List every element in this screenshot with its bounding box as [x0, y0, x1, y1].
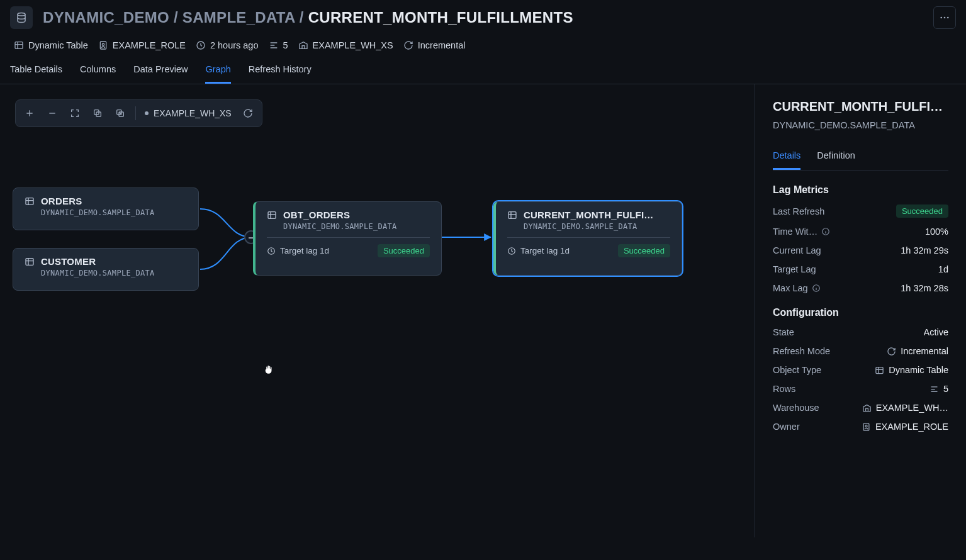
rows-icon	[269, 40, 279, 50]
svg-point-3	[947, 17, 949, 19]
breadcrumb-seg-db[interactable]: DYNAMIC_DEMO	[43, 9, 169, 26]
meta-object-type: Dynamic Table	[14, 40, 88, 50]
breadcrumb[interactable]: DYNAMIC_DEMO / SAMPLE_DATA / CURRENT_MON…	[43, 9, 923, 26]
kv-warehouse: Warehouse EXAMPLE_WH…	[773, 403, 948, 413]
panel-title: CURRENT_MONTH_FULFILLME…	[773, 99, 948, 114]
node-target-lag: Target lag 1d	[507, 246, 570, 255]
node-title: OBT_ORDERS	[283, 210, 350, 220]
grab-cursor-icon	[263, 364, 274, 375]
dynamic-table-icon	[267, 210, 277, 220]
kv-current-lag: Current Lag 1h 32m 29s	[773, 245, 948, 255]
kv-refresh-mode: Refresh Mode Incremental	[773, 346, 948, 356]
meta-warehouse: EXAMPLE_WH_XS	[298, 40, 393, 50]
meta-rows: 5	[269, 40, 288, 50]
warehouse-icon	[862, 403, 872, 413]
kv-target-lag: Target Lag 1d	[773, 264, 948, 274]
more-actions-button[interactable]	[933, 6, 956, 29]
svg-point-6	[102, 43, 104, 45]
svg-point-2	[944, 17, 946, 19]
kv-last-refresh: Last Refresh Succeeded	[773, 204, 948, 218]
svg-point-22	[865, 425, 867, 427]
rows-icon	[929, 384, 939, 394]
dynamic-table-icon	[14, 40, 24, 50]
database-icon	[10, 6, 33, 29]
svg-rect-14	[268, 211, 276, 218]
table-icon	[25, 257, 35, 267]
status-badge: Succeeded	[896, 204, 948, 218]
clock-icon	[267, 247, 276, 255]
svg-rect-16	[508, 211, 516, 218]
node-title: ORDERS	[41, 196, 82, 206]
tab-refresh-history[interactable]: Refresh History	[249, 59, 312, 84]
svg-rect-12	[26, 198, 33, 204]
meta-refresh-mode: Incremental	[403, 40, 466, 50]
panel-tabs: Details Definition	[773, 148, 948, 171]
role-icon	[98, 40, 108, 50]
svg-rect-13	[26, 258, 33, 265]
status-badge: Succeeded	[618, 244, 670, 257]
kv-object-type: Object Type Dynamic Table	[773, 365, 948, 375]
meta-last-refresh: 2 hours ago	[196, 40, 259, 50]
clock-icon	[196, 40, 206, 50]
section-lag-metrics: Lag Metrics	[773, 184, 948, 196]
breadcrumb-seg-schema[interactable]: SAMPLE_DATA	[183, 9, 295, 26]
node-customer[interactable]: CUSTOMER DYNAMIC_DEMO.SAMPLE_DATA	[13, 248, 199, 291]
tab-graph[interactable]: Graph	[205, 59, 230, 84]
svg-point-0	[18, 13, 25, 16]
svg-point-1	[940, 17, 942, 19]
node-path: DYNAMIC_DEMO.SAMPLE_DATA	[283, 222, 430, 231]
dynamic-table-icon	[507, 210, 517, 220]
tab-data-preview[interactable]: Data Preview	[133, 59, 188, 84]
kv-owner: Owner EXAMPLE_ROLE	[773, 422, 948, 432]
node-obt-orders[interactable]: OBT_ORDERS DYNAMIC_DEMO.SAMPLE_DATA Targ…	[253, 201, 442, 276]
node-orders[interactable]: ORDERS DYNAMIC_DEMO.SAMPLE_DATA	[13, 188, 199, 230]
dynamic-table-icon	[875, 366, 884, 375]
kv-rows: Rows 5	[773, 384, 948, 394]
meta-strip: Dynamic Table EXAMPLE_ROLE 2 hours ago 5…	[0, 29, 966, 50]
main-tabs: Table Details Columns Data Preview Graph…	[0, 50, 966, 84]
refresh-icon	[887, 347, 896, 356]
node-title: CURRENT_MONTH_FULFI…	[524, 210, 654, 220]
node-path: DYNAMIC_DEMO.SAMPLE_DATA	[524, 222, 670, 231]
node-target-lag: Target lag 1d	[267, 246, 329, 255]
graph-canvas[interactable]: EXAMPLE_WH_XS ORDERS DYNAMIC_DEMO.S	[0, 84, 755, 537]
kv-state: State Active	[773, 327, 948, 337]
node-path: DYNAMIC_DEMO.SAMPLE_DATA	[41, 208, 187, 217]
panel-subtitle: DYNAMIC_DEMO.SAMPLE_DATA	[773, 120, 948, 130]
section-configuration: Configuration	[773, 307, 948, 318]
info-icon[interactable]	[821, 227, 830, 236]
info-icon[interactable]	[812, 284, 821, 293]
kv-max-lag: Max Lag 1h 32m 28s	[773, 283, 948, 293]
role-icon	[862, 422, 871, 432]
meta-role: EXAMPLE_ROLE	[98, 40, 186, 50]
warehouse-icon	[298, 40, 308, 50]
panel-tab-definition[interactable]: Definition	[817, 148, 855, 170]
svg-rect-4	[15, 42, 23, 49]
breadcrumb-seg-object: CURRENT_MONTH_FULFILLMENTS	[308, 9, 573, 26]
svg-rect-20	[876, 367, 883, 373]
status-badge: Succeeded	[378, 244, 430, 257]
table-icon	[25, 196, 35, 206]
clock-icon	[507, 247, 516, 255]
node-path: DYNAMIC_DEMO.SAMPLE_DATA	[41, 269, 187, 277]
node-current-month-fulfillments[interactable]: CURRENT_MONTH_FULFI… DYNAMIC_DEMO.SAMPLE…	[493, 201, 682, 276]
kv-time-within: Time Wit… 100%	[773, 227, 948, 237]
tab-columns[interactable]: Columns	[80, 59, 116, 84]
panel-tab-details[interactable]: Details	[773, 148, 800, 170]
refresh-icon	[403, 40, 413, 50]
side-panel: CURRENT_MONTH_FULFILLME… DYNAMIC_DEMO.SA…	[755, 84, 966, 537]
node-title: CUSTOMER	[41, 256, 96, 267]
tab-table-details[interactable]: Table Details	[10, 59, 62, 84]
